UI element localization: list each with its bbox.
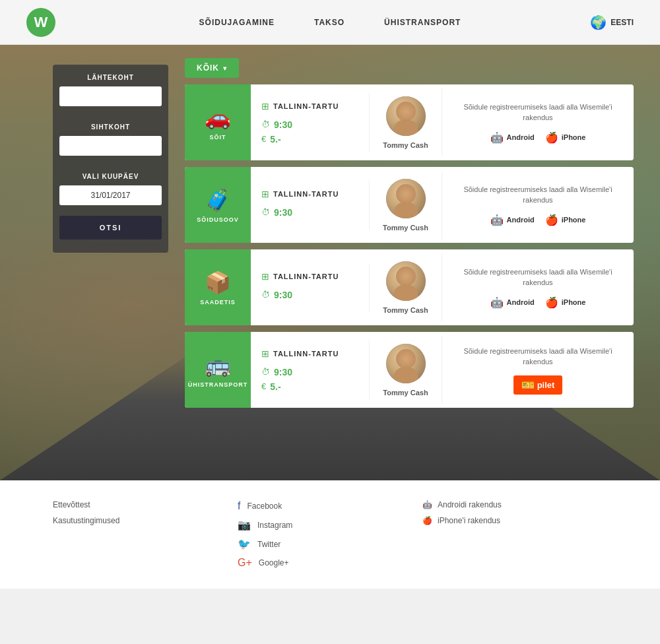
apple-app-dl[interactable]: 🍎 iPhone'i rakendus — [422, 516, 607, 525]
card-cta-2: Sõidule registreerumiseks laadi alla Wis… — [442, 259, 634, 317]
social-facebook[interactable]: f Facebook — [238, 500, 422, 512]
cta-text-2: Sõidule registreerumiseks laadi alla Wis… — [455, 267, 620, 288]
cta-text-0: Sõidule registreerumiseks laadi alla Wis… — [455, 102, 620, 123]
avatar-0 — [386, 96, 426, 136]
time-icon-0: ⏱ — [261, 119, 270, 129]
card-cta-0: Sõidule registreerumiseks laadi alla Wis… — [442, 94, 634, 152]
android-app-label: Androidi rakendus — [438, 500, 502, 509]
car-icon: 🚗 — [205, 105, 231, 130]
app-btns-3: 🎫 pilet — [455, 375, 620, 395]
cta-text-3: Sõidule registreerumiseks laadi alla Wis… — [455, 346, 620, 368]
results-panel: KÕIK ▾ 🚗 SÕIT ⊞ TALLINN-TARTU ⏱ 9:30 — [185, 58, 634, 414]
user-name-3: Tommy Cash — [383, 389, 428, 397]
social-instagram-label: Instagram — [257, 521, 292, 530]
android-icon-1: 🤖 — [490, 214, 504, 226]
android-btn-1[interactable]: 🤖 Android — [490, 214, 535, 226]
instagram-icon: 📷 — [238, 519, 251, 531]
user-name-1: Tommy Cush — [383, 224, 428, 232]
filter-arrow-icon: ▾ — [223, 65, 227, 72]
android-label-2: Android — [507, 298, 535, 306]
from-label: LÄHTEKOHT — [53, 65, 168, 86]
android-btn-0[interactable]: 🤖 Android — [490, 131, 535, 144]
route-name-3: TALLINN-TARTU — [273, 350, 339, 358]
twitter-icon: 🐦 — [238, 538, 251, 550]
android-app-dl[interactable]: 🤖 Androidi rakendus — [422, 500, 607, 509]
android-dl-icon: 🤖 — [422, 500, 432, 509]
apple-btn-0[interactable]: 🍎 iPhone — [545, 131, 586, 144]
nav-yhistransport[interactable]: ÜHISTRANSPORT — [384, 18, 461, 27]
result-card-sõit: 🚗 SÕIT ⊞ TALLINN-TARTU ⏱ 9:30 € 5.- — [185, 84, 634, 160]
android-icon-0: 🤖 — [490, 131, 504, 144]
time-val-2: 9:30 — [274, 290, 292, 300]
time-val-3: 9:30 — [274, 367, 292, 377]
card-cta-3: Sõidule registreerumiseks laadi alla Wis… — [442, 338, 634, 402]
price-icon-0: € — [261, 134, 266, 144]
card-type-sõit: SÕIT — [209, 134, 226, 141]
footer-link-kasutustingimused[interactable]: Kasutustingimused — [53, 516, 238, 525]
facebook-icon: f — [238, 500, 240, 512]
route-icon-0: ⊞ — [261, 101, 269, 112]
avatar-face-3 — [386, 344, 426, 383]
header: W SÕIDUJAGAMINE TAKSO ÜHISTRANSPORT 🌍 EE… — [0, 0, 660, 45]
result-card-yhistransport: 🚌 ÜHISTRANSPORT ⊞ TALLINN-TARTU ⏱ 9:30 € — [185, 332, 634, 408]
app-btns-2: 🤖 Android 🍎 iPhone — [455, 296, 620, 309]
price-icon-3: € — [261, 381, 266, 391]
time-val-0: 9:30 — [274, 119, 292, 130]
filter-bar: KÕIK ▾ — [185, 58, 634, 78]
route-name-0: TALLINN-TARTU — [273, 102, 339, 110]
language-selector[interactable]: 🌍 EESTI — [590, 15, 634, 30]
apple-icon-2: 🍎 — [545, 296, 558, 309]
result-card-sõidusoov: 🧳 SÕIDUSOOV ⊞ TALLINN-TARTU ⏱ 9:30 — [185, 167, 634, 243]
nav-soidujagamine[interactable]: SÕIDUJAGAMINE — [199, 18, 275, 27]
apple-btn-2[interactable]: 🍎 iPhone — [545, 296, 586, 309]
card-left-saadetis: 📦 SAADETIS — [185, 249, 251, 325]
card-type-saadetis: SAADETIS — [200, 299, 236, 306]
card-route-3: ⊞ TALLINN-TARTU ⏱ 9:30 € 5.- — [251, 340, 370, 400]
social-facebook-label: Facebook — [247, 501, 282, 511]
social-google[interactable]: G+ Google+ — [238, 557, 422, 569]
card-user-3: Tommy Cash — [370, 336, 442, 404]
android-label-1: Android — [507, 216, 535, 224]
lang-label: EESTI — [610, 18, 634, 27]
card-route-1: ⊞ TALLINN-TARTU ⏱ 9:30 — [251, 181, 370, 230]
apple-label-2: iPhone — [562, 298, 586, 306]
social-google-label: Google+ — [259, 558, 289, 567]
card-right-sõidusoov: ⊞ TALLINN-TARTU ⏱ 9:30 Tommy Cush Sõidul — [251, 167, 634, 243]
bus-icon: 🚌 — [205, 352, 231, 377]
avatar-3 — [386, 344, 426, 383]
apple-icon-1: 🍎 — [545, 214, 558, 226]
from-input[interactable] — [59, 86, 162, 106]
cta-text-1: Sõidule registreerumiseks laadi alla Wis… — [455, 184, 620, 206]
route-icon-3: ⊞ — [261, 348, 269, 359]
user-name-2: Tommy Cash — [383, 306, 428, 314]
filter-button[interactable]: KÕIK ▾ — [185, 58, 239, 78]
hero-section: LÄHTEKOHT SIHTKOHT VALI KUUPÄEV 31/01/20… — [0, 45, 660, 480]
nav-takso[interactable]: TAKSO — [314, 18, 345, 27]
card-right-yhistransport: ⊞ TALLINN-TARTU ⏱ 9:30 € 5.- — [251, 332, 634, 408]
logo[interactable]: W — [26, 8, 55, 37]
pilet-button[interactable]: 🎫 pilet — [513, 375, 563, 395]
date-display[interactable]: 31/01/2017 — [59, 185, 162, 205]
android-btn-2[interactable]: 🤖 Android — [490, 296, 535, 309]
search-button[interactable]: OTSI — [59, 216, 162, 240]
card-user-2: Tommy Cash — [370, 253, 442, 322]
footer-social-col: f Facebook 📷 Instagram 🐦 Twitter G+ Goog… — [238, 500, 422, 569]
to-input[interactable] — [59, 136, 162, 156]
card-right-saadetis: ⊞ TALLINN-TARTU ⏱ 9:30 Tommy Cash Sõidul — [251, 249, 634, 325]
android-label-0: Android — [507, 133, 535, 141]
social-instagram[interactable]: 📷 Instagram — [238, 519, 422, 531]
avatar-face-2 — [386, 261, 426, 301]
route-icon-2: ⊞ — [261, 271, 269, 282]
apple-label-0: iPhone — [562, 133, 586, 141]
footer-apps-col: 🤖 Androidi rakendus 🍎 iPhone'i rakendus — [422, 500, 607, 569]
footer: Ettevõttest Kasutustingimused f Facebook… — [0, 480, 660, 589]
footer-link-ettevottest[interactable]: Ettevõttest — [53, 500, 238, 509]
package-icon: 📦 — [205, 270, 231, 295]
social-twitter[interactable]: 🐦 Twitter — [238, 538, 422, 550]
social-twitter-label: Twitter — [257, 540, 280, 549]
result-card-saadetis: 📦 SAADETIS ⊞ TALLINN-TARTU ⏱ 9:30 — [185, 249, 634, 325]
avatar-face-1 — [386, 179, 426, 218]
time-icon-1: ⏱ — [261, 207, 270, 217]
apple-btn-1[interactable]: 🍎 iPhone — [545, 214, 586, 226]
route-name-2: TALLINN-TARTU — [273, 273, 339, 280]
